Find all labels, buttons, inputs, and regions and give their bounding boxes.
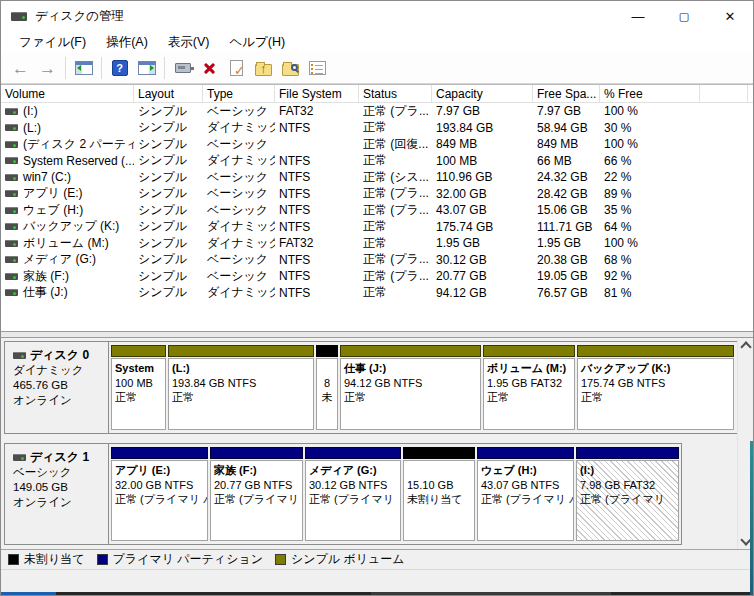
segment-unallocated-small[interactable]: 8未 xyxy=(316,345,338,430)
show-action-pane-icon[interactable] xyxy=(134,56,159,81)
simple-volume-strip xyxy=(340,345,481,357)
toolbar-separator xyxy=(65,57,66,79)
status-bar xyxy=(1,569,753,592)
maximize-button[interactable]: ▢ xyxy=(661,1,707,31)
volume-icon xyxy=(5,289,18,296)
primary-partition-strip xyxy=(210,447,303,459)
disk-icon xyxy=(13,454,26,461)
segment-m-drive[interactable]: ボリューム (M:)1.95 GB FAT32正常 xyxy=(483,345,575,430)
disk-0-row: ディスク 0 ダイナミック 465.76 GB オンライン System100 … xyxy=(4,341,738,434)
disk-1-row: ディスク 1 ベーシック 149.05 GB オンライン アプリ (E:)32.… xyxy=(4,443,682,545)
segment-i-drive-selected[interactable]: (I:)7.98 GB FAT32正常 (プライマリ xyxy=(576,447,679,541)
volume-icon xyxy=(5,108,18,115)
scroll-up-icon[interactable] xyxy=(740,341,751,352)
primary-partition-strip xyxy=(305,447,401,459)
volume-icon xyxy=(5,240,18,247)
table-row[interactable]: 仕事 (J:) シンプル ダイナミック NTFS 正常 94.12 GB 76.… xyxy=(1,285,753,302)
disk-0-label[interactable]: ディスク 0 ダイナミック 465.76 GB オンライン xyxy=(5,342,109,433)
volume-icon xyxy=(5,124,18,131)
table-row[interactable]: (ディスク 2 パーティシ... シンプル ベーシック 正常 (回復... 84… xyxy=(1,136,753,153)
graphical-view: ディスク 0 ダイナミック 465.76 GB オンライン System100 … xyxy=(1,338,753,549)
volume-icon xyxy=(5,256,18,263)
volume-icon xyxy=(5,141,18,148)
column-header-free-space[interactable]: Free Spa... xyxy=(533,85,600,102)
legend-unallocated: 未割り当て xyxy=(8,551,85,568)
column-header-layout[interactable]: Layout xyxy=(134,85,203,102)
window-title: ディスクの管理 xyxy=(35,8,124,25)
menu-view[interactable]: 表示(V) xyxy=(158,32,220,53)
properties-icon[interactable] xyxy=(305,56,330,81)
column-header-volume[interactable]: Volume xyxy=(1,85,134,102)
legend-bar: 未割り当て プライマリ パーティション シンプル ボリューム xyxy=(1,549,753,569)
column-header-file-system[interactable]: File System xyxy=(275,85,359,102)
segment-system[interactable]: System100 MB正常 xyxy=(111,345,166,430)
simple-volume-strip xyxy=(577,345,734,357)
menu-help[interactable]: ヘルプ(H) xyxy=(219,32,295,53)
simple-volume-strip xyxy=(111,345,166,357)
pane-splitter[interactable] xyxy=(1,331,753,338)
column-header-type[interactable]: Type xyxy=(203,85,275,102)
menu-action[interactable]: 操作(A) xyxy=(96,32,158,53)
close-button[interactable]: ✕ xyxy=(707,1,753,31)
table-row[interactable]: (L:) シンプル ダイナミック NTFS 正常 193.84 GB 58.94… xyxy=(1,120,753,137)
primary-partition-strip xyxy=(576,447,679,459)
menu-file[interactable]: ファイル(F) xyxy=(9,32,96,53)
disk-1-label[interactable]: ディスク 1 ベーシック 149.05 GB オンライン xyxy=(5,444,109,544)
disk-icon xyxy=(13,352,26,359)
volume-icon xyxy=(5,207,18,214)
simple-volume-strip xyxy=(168,345,314,357)
delete-volume-icon[interactable] xyxy=(197,56,222,81)
segment-l-drive[interactable]: (L:)193.84 GB NTFS正常 xyxy=(168,345,314,430)
segment-unallocated[interactable]: 15.10 GB未割り当て xyxy=(403,447,475,541)
segment-h-drive[interactable]: ウェブ (H:)43.07 GB NTFS正常 (プライマリ パ xyxy=(477,447,574,541)
table-row[interactable]: 家族 (F:) シンプル ベーシック NTFS 正常 (プラ... 20.77 … xyxy=(1,268,753,285)
disk-management-window: ディスクの管理 — ▢ ✕ ファイル(F) 操作(A) 表示(V) ヘルプ(H)… xyxy=(0,0,754,596)
table-row[interactable]: win7 (C:) シンプル ベーシック NTFS 正常 (シス... 110.… xyxy=(1,169,753,186)
forward-icon[interactable]: → xyxy=(35,56,60,81)
column-header-status[interactable]: Status xyxy=(359,85,432,102)
app-icon xyxy=(11,12,27,21)
folder-up-icon[interactable]: ↑ xyxy=(251,56,276,81)
help-icon[interactable]: ? xyxy=(107,56,132,81)
title-bar: ディスクの管理 — ▢ ✕ xyxy=(1,1,753,31)
segment-j-drive[interactable]: 仕事 (J:)94.12 GB NTFS正常 xyxy=(340,345,481,430)
toolbar-separator xyxy=(164,57,165,79)
simple-volume-strip xyxy=(483,345,575,357)
volume-icon xyxy=(5,157,18,164)
background-window-sliver xyxy=(1,592,753,596)
volume-icon xyxy=(5,273,18,280)
unallocated-strip xyxy=(316,345,338,357)
volume-icon xyxy=(5,174,18,181)
primary-partition-swatch xyxy=(97,554,108,565)
primary-partition-strip xyxy=(477,447,574,459)
toolbar-separator xyxy=(101,57,102,79)
table-row[interactable]: メディア (G:) シンプル ベーシック NTFS 正常 (プラ... 30.1… xyxy=(1,252,753,269)
device-icon[interactable] xyxy=(170,56,195,81)
volume-list-header: Volume Layout Type File System Status Ca… xyxy=(1,85,753,103)
segment-g-drive[interactable]: メディア (G:)30.12 GB NTFS正常 (プライマリ xyxy=(305,447,401,541)
segment-k-drive[interactable]: バックアップ (K:)175.74 GB NTFS正常 xyxy=(577,345,734,430)
toolbar: ← → ? ✓ ↑ xyxy=(1,53,753,84)
segment-e-drive[interactable]: アプリ (E:)32.00 GB NTFS正常 (プライマリ パ xyxy=(111,447,208,541)
table-row[interactable]: ボリューム (M:) シンプル ダイナミック FAT32 正常 1.95 GB … xyxy=(1,235,753,252)
legend-primary-partition: プライマリ パーティション xyxy=(97,551,263,568)
show-console-tree-icon[interactable] xyxy=(71,56,96,81)
column-header-capacity[interactable]: Capacity xyxy=(432,85,533,102)
primary-partition-strip xyxy=(111,447,208,459)
back-icon[interactable]: ← xyxy=(8,56,33,81)
folder-search-icon[interactable] xyxy=(278,56,303,81)
table-row[interactable]: アプリ (E:) シンプル ベーシック NTFS 正常 (プラ... 32.00… xyxy=(1,186,753,203)
unallocated-swatch xyxy=(8,554,19,565)
table-row[interactable]: バックアップ (K:) シンプル ダイナミック NTFS 正常 175.74 G… xyxy=(1,219,753,236)
table-row[interactable]: ウェブ (H:) シンプル ベーシック NTFS 正常 (プラ... 43.07… xyxy=(1,202,753,219)
table-row[interactable]: System Reserved (... シンプル ダイナミック NTFS 正常… xyxy=(1,153,753,170)
volume-list: Volume Layout Type File System Status Ca… xyxy=(1,84,753,331)
legend-simple-volume: シンプル ボリューム xyxy=(275,551,405,568)
table-row[interactable]: (I:) シンプル ベーシック FAT32 正常 (プラ... 7.97 GB … xyxy=(1,103,753,120)
column-header-blank xyxy=(700,85,748,102)
minimize-button[interactable]: — xyxy=(615,1,661,31)
column-header-percent-free[interactable]: % Free xyxy=(600,85,700,102)
check-page-icon[interactable]: ✓ xyxy=(224,56,249,81)
desktop-edge-sliver xyxy=(750,441,753,596)
segment-f-drive[interactable]: 家族 (F:)20.77 GB NTFS正常 (プライマリ xyxy=(210,447,303,541)
